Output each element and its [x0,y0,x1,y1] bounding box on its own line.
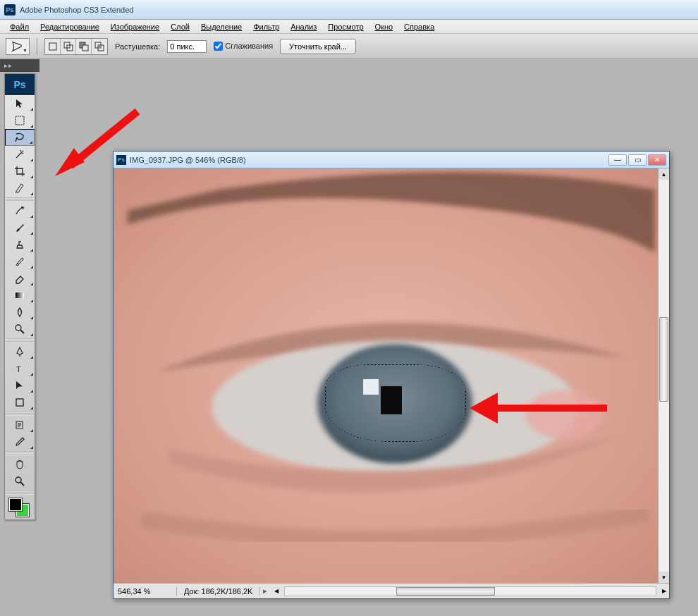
toolbox-separator [6,197,33,202]
document-info[interactable]: Док: 186,2K/186,2K [177,587,260,596]
menu-help[interactable]: Справка [398,21,440,32]
svg-point-11 [16,325,21,331]
move-tool[interactable] [5,95,35,112]
refine-edge-button[interactable]: Уточнить край... [280,39,356,54]
menu-file[interactable]: Файл [4,21,35,32]
history-brush-tool[interactable] [5,253,35,270]
svg-rect-0 [49,43,56,50]
feather-label: Растушевка: [115,42,160,51]
clone-stamp-tool[interactable] [5,236,35,253]
slice-tool[interactable] [5,180,35,197]
maximize-button[interactable]: ▭ [628,154,647,166]
pen-tool[interactable] [5,343,35,360]
selection-subtract-icon[interactable] [76,39,92,54]
menu-filter[interactable]: Фильтр [247,21,285,32]
toolbox-separator [6,491,33,495]
lasso-selection [325,364,466,442]
selection-mode-group [44,38,108,55]
notes-tool[interactable] [5,417,35,433]
panel-collapse-strip[interactable]: ▸▸ [0,59,39,72]
close-button[interactable]: ✕ [648,154,666,166]
scroll-thumb[interactable] [659,317,668,402]
zoom-tool[interactable] [5,473,35,490]
antialias-checkbox[interactable] [214,42,223,51]
menu-window[interactable]: Окно [369,21,399,32]
antialias-label: Сглаживания [225,42,273,50]
foreground-color-swatch[interactable] [9,498,22,511]
app-icon: Ps [4,4,16,16]
horizontal-scrollbar[interactable] [284,586,656,596]
menu-layer[interactable]: Слой [165,21,195,32]
toolbox: Ps T [4,73,35,520]
menu-edit[interactable]: Редактирование [35,21,105,32]
document-statusbar: 546,34 % Док: 186,2K/186,2K ▸ ◀ ▶ [114,583,669,598]
dodge-tool[interactable] [5,321,35,338]
toolbox-separator [6,338,33,343]
info-dropdown-icon[interactable]: ▸ [263,586,271,596]
path-selection-tool[interactable] [5,377,35,394]
brush-tool[interactable] [5,219,35,236]
feather-input[interactable] [167,40,207,53]
vertical-scrollbar[interactable]: ▲ ▼ [658,168,669,583]
menu-view[interactable]: Просмотр [322,21,369,32]
antialias-option[interactable]: Сглаживания [214,42,273,51]
marquee-tool[interactable] [5,112,35,129]
app-title: Adobe Photoshop CS3 Extended [20,6,133,14]
document-titlebar[interactable]: Ps IMG_0937.JPG @ 546% (RGB/8) — ▭ ✕ [114,152,669,168]
eyedropper-tool[interactable] [5,433,35,450]
svg-point-9 [17,263,18,264]
shape-tool[interactable] [5,394,35,411]
document-body: ▲ ▼ [114,168,669,583]
selection-intersect-icon[interactable] [92,39,107,54]
tool-preset-picker[interactable]: ▼ [6,38,30,55]
svg-point-15 [16,477,21,483]
document-title: IMG_0937.JPG @ 546% (RGB/8) [130,156,607,164]
svg-rect-8 [16,116,24,125]
scroll-down-arrow-icon[interactable]: ▼ [659,572,669,583]
scroll-right-arrow-icon[interactable]: ▶ [659,588,669,594]
svg-point-21 [525,390,602,439]
zoom-level[interactable]: 546,34 % [114,587,177,596]
hscroll-thumb[interactable] [396,587,495,596]
scroll-left-arrow-icon[interactable]: ◀ [271,588,281,594]
hand-tool[interactable] [5,456,35,473]
toolbox-header-icon: Ps [5,74,35,95]
minimize-button[interactable]: — [608,154,627,166]
app-titlebar: Ps Adobe Photoshop CS3 Extended [0,0,698,20]
menu-analysis[interactable]: Анализ [285,21,322,32]
toolbox-separator [6,451,33,455]
menu-image[interactable]: Изображение [105,21,165,32]
color-swatches[interactable] [5,495,35,519]
gradient-tool[interactable] [5,287,35,304]
selection-new-icon[interactable] [45,39,61,54]
type-tool[interactable]: T [5,360,35,377]
document-window: Ps IMG_0937.JPG @ 546% (RGB/8) — ▭ ✕ [113,151,670,599]
svg-rect-13 [16,399,23,406]
crop-tool[interactable] [5,163,35,180]
eraser-tool[interactable] [5,270,35,287]
separator [37,38,37,55]
lasso-tool[interactable] [5,129,35,146]
healing-brush-tool[interactable] [5,202,35,219]
svg-rect-10 [16,292,24,298]
document-icon: Ps [116,155,126,165]
options-bar: ▼ Растушевка: Сглаживания Уточнить край.… [0,34,698,59]
selection-add-icon[interactable] [61,39,76,54]
canvas[interactable] [114,168,658,583]
scroll-up-arrow-icon[interactable]: ▲ [659,168,669,180]
blur-tool[interactable] [5,304,35,321]
svg-rect-7 [98,45,101,48]
toolbox-separator [6,412,33,416]
menubar: Файл Редактирование Изображение Слой Выд… [0,20,698,34]
svg-text:T: T [16,365,21,374]
menu-select[interactable]: Выделение [195,21,247,32]
magic-wand-tool[interactable] [5,146,35,163]
svg-rect-4 [82,45,88,51]
scroll-track[interactable] [659,180,669,572]
